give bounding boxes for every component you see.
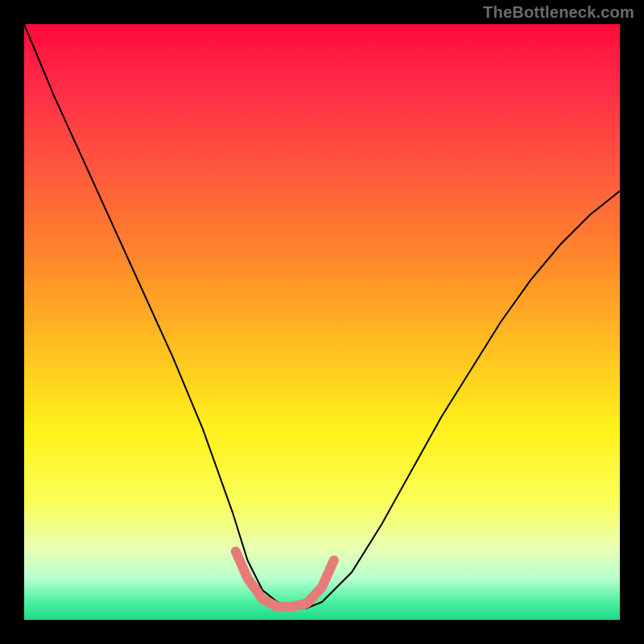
- chart-frame: TheBottleneck.com: [0, 0, 644, 644]
- plot-area: [24, 24, 620, 620]
- watermark-text: TheBottleneck.com: [483, 3, 634, 22]
- chart-svg: [0, 0, 644, 644]
